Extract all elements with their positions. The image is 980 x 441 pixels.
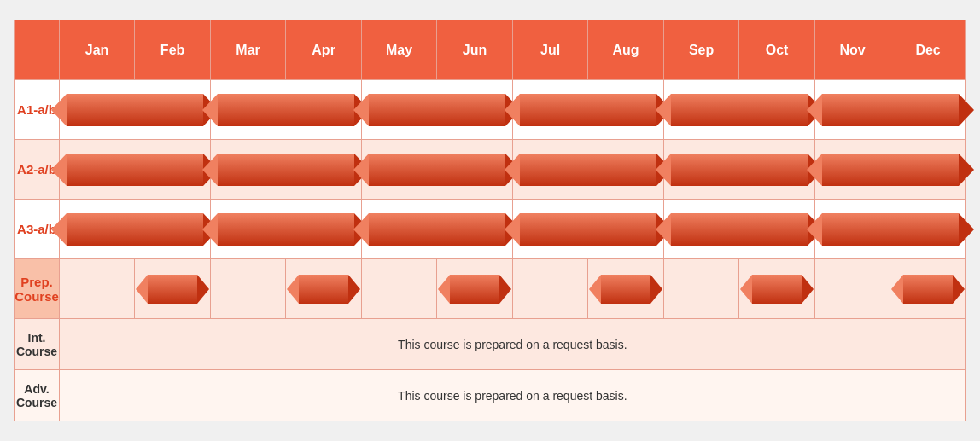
arrow-a1-julaug [512,80,663,140]
header-mar: Mar [210,20,286,80]
arrow-a1-mayjun [361,80,512,140]
arrow-wide-icon [218,154,354,186]
arrow-a3-janfeb [59,200,210,259]
arrow-wide-icon [822,213,959,246]
header-dec: Dec [890,20,966,80]
header-jun: Jun [437,20,513,80]
header-apr: Apr [286,20,362,80]
header-sep: Sep [663,20,739,80]
arrow-wide-icon [67,94,203,126]
prep-jun [437,259,513,319]
arrow-wide-icon [520,154,656,186]
arrow-wide-icon [822,94,959,126]
prep-nov [814,259,890,319]
arrow-wide-icon [671,154,808,186]
prep-apr [286,259,362,319]
prep-may [361,259,437,319]
row-int: Int. Course This course is prepared on a… [15,319,966,370]
arrow-wide-icon [67,154,203,186]
arrow-small-icon [903,275,953,304]
arrow-a2-sepoct [663,140,814,200]
header-may: May [361,20,437,80]
row-label-adv: Adv. Course [15,370,60,421]
arrow-a3-sepoct [663,200,814,259]
arrow-wide-icon [671,213,808,246]
arrow-wide-icon [369,154,505,186]
prep-oct [739,259,815,319]
prep-jan [59,259,135,319]
arrow-wide-icon [67,213,203,246]
row-adv: Adv. Course This course is prepared on a… [15,370,966,421]
prep-mar [210,259,286,319]
prep-aug [588,259,664,319]
arrow-a1-janfeb [59,80,210,140]
int-course-text: This course is prepared on a request bas… [59,319,965,370]
arrow-a1-novdec [814,80,965,140]
arrow-wide-icon [218,213,354,246]
arrow-a3-mayjun [361,200,512,259]
arrow-wide-icon [671,94,808,126]
arrow-wide-icon [218,94,354,126]
arrow-a2-mayjun [361,140,512,200]
row-a2: A2-a/b [15,140,966,200]
header-aug: Aug [588,20,664,80]
header-label [15,20,60,80]
row-prep: Prep. Course [15,259,966,319]
arrow-wide-icon [822,154,959,186]
arrow-small-icon [752,275,802,304]
row-label-prep: Prep. Course [15,259,60,319]
arrow-a1-marapr [210,80,361,140]
arrow-a2-janfeb [59,140,210,200]
prep-jul [512,259,588,319]
row-label-int: Int. Course [15,319,60,370]
prep-sep [663,259,739,319]
row-a3: A3-a/b [15,200,966,259]
arrow-a1-sepoct [663,80,814,140]
arrow-a3-novdec [814,200,965,259]
header-row: Jan Feb Mar Apr May Jun Jul Aug Sep Oct … [15,20,966,80]
arrow-small-icon [601,275,650,304]
arrow-a2-julaug [512,140,663,200]
header-oct: Oct [739,20,815,80]
schedule-table: Jan Feb Mar Apr May Jun Jul Aug Sep Oct … [14,20,966,421]
header-feb: Feb [135,20,211,80]
header-nov: Nov [814,20,890,80]
arrow-a3-julaug [512,200,663,259]
row-a1: A1-a/b [15,80,966,140]
prep-dec [890,259,966,319]
adv-course-text: This course is prepared on a request bas… [59,370,965,421]
arrow-wide-icon [520,94,656,126]
arrow-wide-icon [369,213,505,246]
arrow-small-icon [450,275,499,304]
arrow-wide-icon [520,213,656,246]
arrow-a3-marapr [210,200,361,259]
prep-feb [135,259,211,319]
arrow-small-icon [299,275,348,304]
header-jul: Jul [512,20,588,80]
arrow-small-icon [148,275,197,304]
header-jan: Jan [59,20,135,80]
arrow-a2-marapr [210,140,361,200]
arrow-wide-icon [369,94,505,126]
arrow-a2-novdec [814,140,965,200]
